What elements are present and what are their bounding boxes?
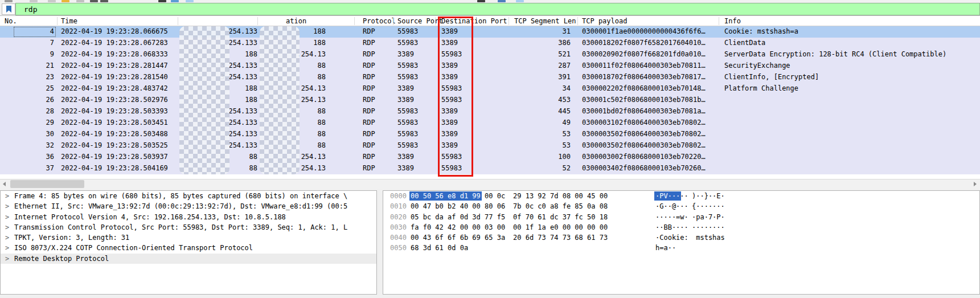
hex-row[interactable]: 000000 50 56 e8 d1 99 00 0c29 13 92 7d 0… [383, 191, 979, 201]
toolbar-icon-sliver[interactable] [477, 0, 485, 2]
expand-chevron-icon[interactable]: > [5, 244, 9, 252]
detail-tree-row[interactable]: >Ethernet II, Src: VMware_13:92:7d (00:0… [1, 201, 376, 211]
packet-cell-src_port: 55983 [397, 62, 418, 70]
filter-bookmark-button[interactable] [2, 3, 15, 15]
column-separator[interactable] [178, 17, 178, 25]
detail-tree-row[interactable]: >ISO 8073/X.224 COTP Connection-Oriented… [1, 243, 376, 253]
packet-cell-tcp_segment_len: 53 [510, 141, 571, 149]
hex-bytes-group2[interactable]: 7b 0c c0 a8 fe 85 0a 08 [513, 202, 608, 210]
expand-chevron-icon[interactable]: > [5, 213, 9, 221]
packet-cell-no: 32 [0, 141, 54, 149]
hex-row[interactable]: 002005 bc da af 0d 3d 77 f50f 70 61 dc 3… [383, 212, 979, 222]
scrollbar-thumb[interactable] [10, 180, 84, 188]
column-separator[interactable] [354, 17, 355, 25]
toolbar-icon-sliver[interactable] [30, 0, 38, 2]
packet-row[interactable]: 302022-04-19 19:23:28.503488.254.13388RD… [0, 129, 980, 140]
selected-bytes[interactable]: 00 50 56 e8 d1 99 [409, 191, 482, 201]
toolbar-icon-sliver[interactable] [186, 0, 194, 2]
packet-row[interactable]: 42022-04-19 19:23:28.066675254.133188RDP… [0, 26, 980, 38]
scroll-left-button[interactable] [0, 179, 10, 189]
wireshark-window: rdp No. Time ation Protocol Source Port … [0, 0, 980, 298]
packet-row[interactable]: 262022-04-19 19:23:28.502976188254.13RDP… [0, 95, 980, 106]
packet-cell-tcp_segment_len: 445 [510, 107, 571, 115]
packet-cell-protocol: RDP [363, 107, 375, 115]
hex-bytes-group2[interactable]: 00 1f 1a e0 00 00 00 00 [513, 223, 608, 231]
hex-offset: 0050 [390, 244, 407, 252]
hex-row[interactable]: 004000 43 6f 6f 6b 69 65 3a20 6d 73 74 7… [383, 232, 979, 243]
packet-row[interactable]: 232022-04-19 19:23:28.2815403.254.13388R… [0, 72, 980, 83]
toolbar-icon-sliver[interactable] [90, 0, 98, 2]
hex-bytes-group1[interactable]: 68 3d 61 0d 0a [411, 244, 468, 252]
packet-row[interactable]: 92022-04-19 19:23:28.068333188.254.13RDP… [0, 49, 980, 60]
packet-cell-protocol: RDP [363, 96, 375, 104]
detail-tree-row[interactable]: >Transmission Control Protocol, Src Port… [1, 222, 376, 232]
hex-offset: 0010 [390, 202, 407, 210]
packet-row[interactable]: 72022-04-19 19:23:28.067283.254.133188RD… [0, 38, 980, 49]
detail-tree-row[interactable]: >Frame 4: 85 bytes on wire (680 bits), 8… [1, 191, 376, 201]
toolbar-icon-sliver[interactable] [61, 0, 69, 2]
hex-bytes-group1[interactable]: 05 bc da af 0d 3d 77 f5 [411, 213, 505, 221]
toolbar-icon-sliver[interactable] [516, 0, 524, 2]
packet-cell-no: 7 [0, 39, 54, 47]
packet-row[interactable]: 362022-04-19 19:23:28.50393788254.13RDP3… [0, 152, 980, 163]
toolbar-icon-sliver[interactable] [171, 0, 179, 2]
hex-row[interactable]: 001000 47 b0 b2 40 00 80 067b 0c c0 a8 f… [383, 201, 979, 211]
expand-chevron-icon[interactable]: > [5, 202, 9, 210]
column-header-tcp-segment-len[interactable]: TCP Segment Len [514, 17, 576, 25]
detail-tree-row[interactable]: >Remote Desktop Protocol [1, 254, 376, 264]
expand-chevron-icon[interactable]: > [5, 255, 9, 263]
packet-row[interactable]: 292022-04-19 19:23:28.503451.254.13388RD… [0, 117, 980, 129]
hex-bytes-group1[interactable]: 00 43 6f 6f 6b 69 65 3a [411, 234, 505, 242]
packet-row[interactable]: 252022-04-19 19:23:28.483742188254.13RDP… [0, 83, 980, 95]
column-separator[interactable] [435, 17, 436, 25]
packet-cell-tcp_payload: 0300018702f08064000303eb70817… [582, 73, 706, 81]
toolbar-icon-sliver[interactable] [498, 0, 506, 2]
hex-row[interactable]: 005068 3d 61 0d 0ah=a·· [383, 243, 979, 253]
expand-chevron-icon[interactable]: > [5, 234, 9, 242]
hex-bytes-group1[interactable]: 00 47 b0 b2 40 00 80 06 [411, 202, 505, 210]
column-header-info[interactable]: Info [724, 17, 741, 25]
toolbar-icon-sliver[interactable] [5, 0, 13, 2]
ascii-group1: ·G··@··· [655, 202, 688, 210]
column-separator[interactable] [393, 17, 393, 25]
horizontal-scrollbar[interactable] [0, 179, 980, 189]
packet-cell-protocol: RDP [363, 130, 375, 138]
scroll-right-icon [974, 182, 977, 186]
column-header-destination-fragment[interactable]: ation [286, 17, 306, 25]
toolbar-icon-sliver[interactable] [100, 0, 108, 2]
packet-cell-protocol: RDP [363, 84, 375, 92]
column-separator[interactable] [509, 17, 509, 25]
column-header-source-port[interactable]: Source Port [397, 17, 442, 25]
hex-bytes-group2[interactable]: 0f 70 61 dc 37 fc 50 18 [513, 213, 608, 221]
expand-chevron-icon[interactable]: > [5, 223, 9, 231]
hex-row[interactable]: 0030fa f0 42 42 00 00 03 0000 1f 1a e0 0… [383, 222, 979, 232]
scroll-right-button[interactable] [970, 179, 980, 189]
column-separator[interactable] [719, 17, 719, 25]
hex-bytes-group1[interactable]: 00 50 56 e8 d1 99 00 0c [411, 192, 505, 200]
column-separator[interactable] [257, 17, 258, 25]
detail-tree-row[interactable]: >Internet Protocol Version 4, Src: 192.1… [1, 212, 376, 222]
packet-row[interactable]: 212022-04-19 19:23:28.2814473.254.13388R… [0, 60, 980, 72]
column-separator[interactable] [57, 17, 58, 25]
column-header-protocol[interactable]: Protocol [363, 17, 396, 25]
detail-tree-row[interactable]: >TPKT, Version: 3, Length: 31 [1, 232, 376, 243]
toolbar-icon-sliver[interactable] [158, 0, 166, 2]
packet-row[interactable]: 372022-04-19 19:23:28.50416988254.13RDP3… [0, 163, 980, 174]
packet-cell-tcp_payload: 0300020902f0807f668201fd0a010… [582, 50, 706, 58]
packet-row[interactable]: 322022-04-19 19:23:28.503525254.13388RDP… [0, 140, 980, 152]
packet-cell-tcp_payload: 0300003002f08068000103eb70220… [582, 153, 706, 161]
display-filter-input[interactable]: rdp [15, 3, 980, 15]
hex-bytes-group1[interactable]: fa f0 42 42 00 00 03 00 [411, 223, 505, 231]
column-header-no[interactable]: No. [5, 17, 17, 25]
packet-row[interactable]: 282022-04-19 19:23:28.503393.254.13388RD… [0, 106, 980, 117]
hex-bytes-group2[interactable]: 29 13 92 7d 08 00 45 00 [513, 192, 608, 200]
packet-cell-info: SecurityExchange [724, 62, 790, 70]
column-separator[interactable] [577, 17, 578, 25]
hex-bytes-group2[interactable]: 20 6d 73 74 73 68 61 73 [513, 234, 608, 242]
column-header-time[interactable]: Time [61, 17, 77, 25]
pane-splitter[interactable] [377, 190, 383, 295]
column-header-tcp-payload[interactable]: TCP payload [582, 17, 627, 25]
toolbar-icon-sliver[interactable] [48, 0, 56, 2]
expand-chevron-icon[interactable]: > [5, 192, 9, 200]
toolbar-icon-sliver[interactable] [76, 0, 84, 2]
